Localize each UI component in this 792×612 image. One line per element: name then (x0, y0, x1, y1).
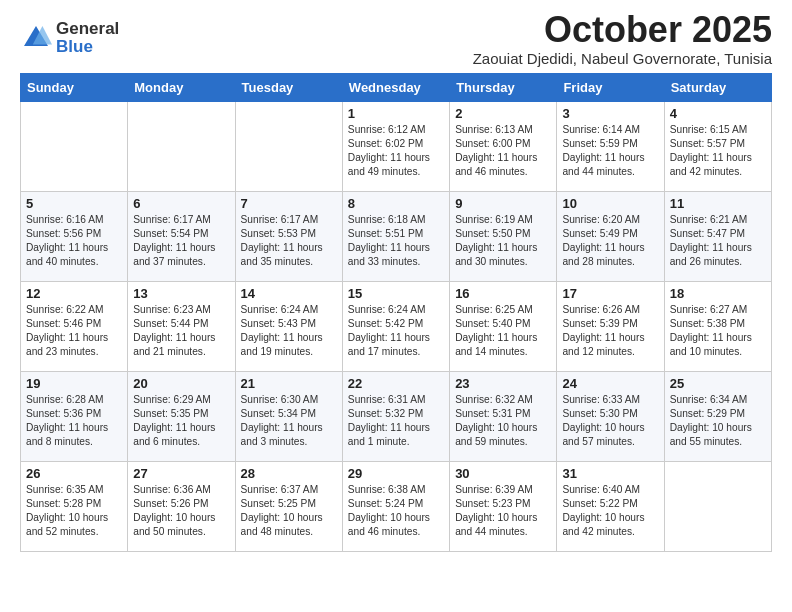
day-number: 15 (348, 286, 444, 301)
day-cell: 16Sunrise: 6:25 AM Sunset: 5:40 PM Dayli… (450, 281, 557, 371)
day-cell: 28Sunrise: 6:37 AM Sunset: 5:25 PM Dayli… (235, 461, 342, 551)
day-number: 4 (670, 106, 766, 121)
day-cell (128, 101, 235, 191)
header-cell-wednesday: Wednesday (342, 73, 449, 101)
logo-blue-text: Blue (56, 38, 119, 57)
day-number: 13 (133, 286, 229, 301)
day-number: 27 (133, 466, 229, 481)
day-cell: 3Sunrise: 6:14 AM Sunset: 5:59 PM Daylig… (557, 101, 664, 191)
day-number: 10 (562, 196, 658, 211)
header-cell-thursday: Thursday (450, 73, 557, 101)
day-cell: 4Sunrise: 6:15 AM Sunset: 5:57 PM Daylig… (664, 101, 771, 191)
day-info: Sunrise: 6:24 AM Sunset: 5:42 PM Dayligh… (348, 303, 444, 360)
day-cell: 29Sunrise: 6:38 AM Sunset: 5:24 PM Dayli… (342, 461, 449, 551)
day-info: Sunrise: 6:18 AM Sunset: 5:51 PM Dayligh… (348, 213, 444, 270)
day-info: Sunrise: 6:37 AM Sunset: 5:25 PM Dayligh… (241, 483, 337, 540)
logo-general-text: General (56, 20, 119, 39)
day-cell: 10Sunrise: 6:20 AM Sunset: 5:49 PM Dayli… (557, 191, 664, 281)
day-number: 26 (26, 466, 122, 481)
day-number: 14 (241, 286, 337, 301)
day-number: 6 (133, 196, 229, 211)
day-number: 9 (455, 196, 551, 211)
day-cell: 22Sunrise: 6:31 AM Sunset: 5:32 PM Dayli… (342, 371, 449, 461)
day-cell: 27Sunrise: 6:36 AM Sunset: 5:26 PM Dayli… (128, 461, 235, 551)
day-number: 31 (562, 466, 658, 481)
day-cell: 6Sunrise: 6:17 AM Sunset: 5:54 PM Daylig… (128, 191, 235, 281)
day-info: Sunrise: 6:19 AM Sunset: 5:50 PM Dayligh… (455, 213, 551, 270)
day-info: Sunrise: 6:31 AM Sunset: 5:32 PM Dayligh… (348, 393, 444, 450)
day-number: 28 (241, 466, 337, 481)
day-cell: 8Sunrise: 6:18 AM Sunset: 5:51 PM Daylig… (342, 191, 449, 281)
logo: General Blue (20, 20, 119, 57)
day-cell: 15Sunrise: 6:24 AM Sunset: 5:42 PM Dayli… (342, 281, 449, 371)
calendar-header-row: SundayMondayTuesdayWednesdayThursdayFrid… (21, 73, 772, 101)
week-row-1: 1Sunrise: 6:12 AM Sunset: 6:02 PM Daylig… (21, 101, 772, 191)
day-cell: 20Sunrise: 6:29 AM Sunset: 5:35 PM Dayli… (128, 371, 235, 461)
day-info: Sunrise: 6:17 AM Sunset: 5:53 PM Dayligh… (241, 213, 337, 270)
day-cell: 13Sunrise: 6:23 AM Sunset: 5:44 PM Dayli… (128, 281, 235, 371)
day-cell (235, 101, 342, 191)
header-cell-tuesday: Tuesday (235, 73, 342, 101)
day-cell: 23Sunrise: 6:32 AM Sunset: 5:31 PM Dayli… (450, 371, 557, 461)
day-cell: 7Sunrise: 6:17 AM Sunset: 5:53 PM Daylig… (235, 191, 342, 281)
day-info: Sunrise: 6:14 AM Sunset: 5:59 PM Dayligh… (562, 123, 658, 180)
day-info: Sunrise: 6:23 AM Sunset: 5:44 PM Dayligh… (133, 303, 229, 360)
day-cell: 2Sunrise: 6:13 AM Sunset: 6:00 PM Daylig… (450, 101, 557, 191)
day-cell (21, 101, 128, 191)
day-number: 17 (562, 286, 658, 301)
day-number: 11 (670, 196, 766, 211)
day-info: Sunrise: 6:25 AM Sunset: 5:40 PM Dayligh… (455, 303, 551, 360)
header: General Blue October 2025 Zaouiat Djedid… (20, 10, 772, 67)
day-number: 16 (455, 286, 551, 301)
day-info: Sunrise: 6:36 AM Sunset: 5:26 PM Dayligh… (133, 483, 229, 540)
week-row-5: 26Sunrise: 6:35 AM Sunset: 5:28 PM Dayli… (21, 461, 772, 551)
week-row-2: 5Sunrise: 6:16 AM Sunset: 5:56 PM Daylig… (21, 191, 772, 281)
location-title: Zaouiat Djedidi, Nabeul Governorate, Tun… (473, 50, 772, 67)
title-area: October 2025 Zaouiat Djedidi, Nabeul Gov… (473, 10, 772, 67)
day-info: Sunrise: 6:16 AM Sunset: 5:56 PM Dayligh… (26, 213, 122, 270)
day-cell: 14Sunrise: 6:24 AM Sunset: 5:43 PM Dayli… (235, 281, 342, 371)
day-info: Sunrise: 6:12 AM Sunset: 6:02 PM Dayligh… (348, 123, 444, 180)
day-number: 12 (26, 286, 122, 301)
day-cell: 12Sunrise: 6:22 AM Sunset: 5:46 PM Dayli… (21, 281, 128, 371)
day-info: Sunrise: 6:13 AM Sunset: 6:00 PM Dayligh… (455, 123, 551, 180)
day-cell: 19Sunrise: 6:28 AM Sunset: 5:36 PM Dayli… (21, 371, 128, 461)
week-row-4: 19Sunrise: 6:28 AM Sunset: 5:36 PM Dayli… (21, 371, 772, 461)
header-cell-friday: Friday (557, 73, 664, 101)
day-info: Sunrise: 6:27 AM Sunset: 5:38 PM Dayligh… (670, 303, 766, 360)
day-cell: 18Sunrise: 6:27 AM Sunset: 5:38 PM Dayli… (664, 281, 771, 371)
header-cell-sunday: Sunday (21, 73, 128, 101)
day-info: Sunrise: 6:15 AM Sunset: 5:57 PM Dayligh… (670, 123, 766, 180)
month-title: October 2025 (473, 10, 772, 50)
day-info: Sunrise: 6:40 AM Sunset: 5:22 PM Dayligh… (562, 483, 658, 540)
day-number: 5 (26, 196, 122, 211)
header-cell-monday: Monday (128, 73, 235, 101)
day-number: 18 (670, 286, 766, 301)
day-info: Sunrise: 6:33 AM Sunset: 5:30 PM Dayligh… (562, 393, 658, 450)
day-cell: 5Sunrise: 6:16 AM Sunset: 5:56 PM Daylig… (21, 191, 128, 281)
day-info: Sunrise: 6:28 AM Sunset: 5:36 PM Dayligh… (26, 393, 122, 450)
calendar-body: 1Sunrise: 6:12 AM Sunset: 6:02 PM Daylig… (21, 101, 772, 551)
day-number: 19 (26, 376, 122, 391)
day-cell: 26Sunrise: 6:35 AM Sunset: 5:28 PM Dayli… (21, 461, 128, 551)
day-number: 20 (133, 376, 229, 391)
day-number: 8 (348, 196, 444, 211)
day-number: 29 (348, 466, 444, 481)
logo-icon (20, 22, 52, 54)
day-cell: 31Sunrise: 6:40 AM Sunset: 5:22 PM Dayli… (557, 461, 664, 551)
day-cell: 9Sunrise: 6:19 AM Sunset: 5:50 PM Daylig… (450, 191, 557, 281)
day-number: 3 (562, 106, 658, 121)
day-info: Sunrise: 6:17 AM Sunset: 5:54 PM Dayligh… (133, 213, 229, 270)
day-number: 25 (670, 376, 766, 391)
day-number: 2 (455, 106, 551, 121)
header-cell-saturday: Saturday (664, 73, 771, 101)
day-info: Sunrise: 6:35 AM Sunset: 5:28 PM Dayligh… (26, 483, 122, 540)
calendar-table: SundayMondayTuesdayWednesdayThursdayFrid… (20, 73, 772, 552)
day-info: Sunrise: 6:30 AM Sunset: 5:34 PM Dayligh… (241, 393, 337, 450)
day-number: 7 (241, 196, 337, 211)
day-info: Sunrise: 6:21 AM Sunset: 5:47 PM Dayligh… (670, 213, 766, 270)
week-row-3: 12Sunrise: 6:22 AM Sunset: 5:46 PM Dayli… (21, 281, 772, 371)
day-cell: 21Sunrise: 6:30 AM Sunset: 5:34 PM Dayli… (235, 371, 342, 461)
day-info: Sunrise: 6:38 AM Sunset: 5:24 PM Dayligh… (348, 483, 444, 540)
day-info: Sunrise: 6:34 AM Sunset: 5:29 PM Dayligh… (670, 393, 766, 450)
